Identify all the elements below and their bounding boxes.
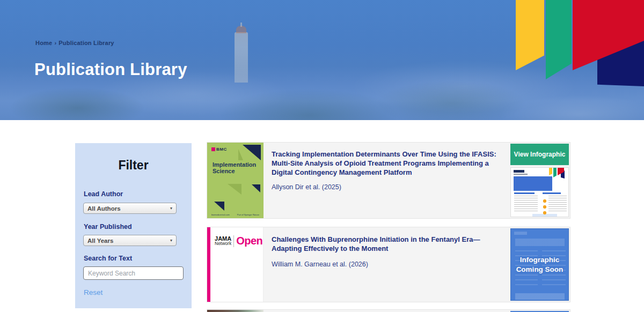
year-published-label: Year Published (84, 223, 132, 231)
breadcrumb-home-link[interactable]: Home (35, 40, 52, 46)
chevron-down-icon: ▾ (170, 206, 172, 211)
journal-cover-jama[interactable]: JAMA Network Open. (207, 227, 264, 302)
publication-title[interactable]: Tracking Implementation Determinants Ove… (272, 150, 509, 177)
infographic-ribbons-decoration (549, 168, 565, 181)
publication-title[interactable]: Challenges With Buprenorphine Initiation… (272, 235, 509, 253)
campus-tower-photo (235, 32, 248, 83)
journal-cover-bmc[interactable]: BMC Implementation Science biomedcentral… (207, 143, 264, 218)
journal-cover-partial[interactable] (207, 310, 264, 312)
jama-pink-stripe (207, 227, 210, 302)
bmc-cover-footer: biomedcentral.com Part of Springer Natur… (207, 213, 264, 216)
publication-side-column: View Infographic (510, 144, 569, 217)
breadcrumb: Home›Publication Library (35, 40, 114, 46)
view-infographic-button[interactable]: View Infographic (510, 144, 569, 165)
lead-author-value: All Authors (87, 205, 121, 212)
chevron-down-icon: ▾ (170, 238, 172, 243)
journal-name: Implementation Science (213, 161, 256, 174)
publication-card-jama: JAMA Network Open. Challenges With Bupre… (207, 227, 570, 302)
page-title: Publication Library (34, 60, 187, 79)
year-published-value: All Years (87, 237, 113, 244)
reset-filters-link[interactable]: Reset (84, 288, 103, 296)
publication-card-partial (207, 309, 570, 312)
search-text-label: Search for Text (84, 255, 132, 262)
filter-panel: Filter Lead Author All Authors ▾ Year Pu… (75, 143, 192, 308)
infographic-thumbnail[interactable] (510, 167, 569, 217)
publication-card-bmc: BMC Implementation Science biomedcentral… (207, 142, 570, 219)
bmc-logo: BMC (211, 147, 227, 152)
keyword-search-input[interactable] (83, 266, 184, 280)
triangle-decoration (214, 202, 224, 211)
coming-soon-text: Infographic Coming Soon (516, 255, 564, 274)
infographic-coming-soon-thumbnail: Infographic Coming Soon (510, 228, 569, 301)
logo-divider (233, 235, 234, 247)
publication-details: Tracking Implementation Determinants Ove… (272, 150, 509, 191)
triangle-decoration (243, 145, 261, 160)
bmc-logo-square-icon (211, 147, 215, 151)
publication-authors: William M. Garneau et al. (2026) (272, 261, 509, 268)
triangle-decoration (238, 149, 243, 160)
ribbon-yellow-decoration (516, 0, 544, 70)
year-published-select[interactable]: All Years ▾ (83, 235, 177, 246)
filter-heading: Filter (75, 158, 192, 173)
publication-details: Challenges With Buprenorphine Initiation… (272, 235, 509, 268)
hero-banner: Home›Publication Library Publication Lib… (0, 0, 644, 120)
jama-network-open-logo: JAMA Network Open. (215, 235, 264, 247)
publication-side-column: Infographic Coming Soon (510, 228, 569, 301)
breadcrumb-separator: › (54, 40, 56, 46)
ribbon-green-decoration (546, 0, 572, 79)
publication-library-page: Home›Publication Library Publication Lib… (0, 0, 644, 312)
publication-authors: Allyson Dir et al. (2025) (272, 183, 509, 191)
breadcrumb-current: Publication Library (58, 40, 114, 46)
lead-author-select[interactable]: All Authors ▾ (83, 203, 177, 214)
triangle-decoration (252, 184, 260, 192)
lead-author-label: Lead Author (84, 190, 123, 198)
triangle-decoration (228, 184, 241, 195)
bmc-logo-text: BMC (216, 147, 227, 152)
